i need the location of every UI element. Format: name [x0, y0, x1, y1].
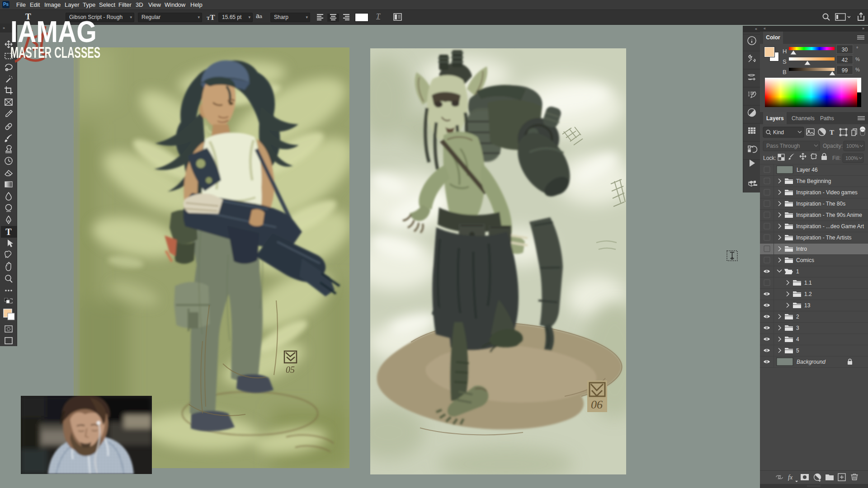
svg-text:The Beginning: The Beginning	[796, 178, 831, 184]
svg-text:fx: fx	[788, 474, 793, 481]
svg-text:Opacity:: Opacity:	[823, 143, 843, 149]
svg-text:Inspiration - The Artists: Inspiration - The Artists	[796, 235, 852, 241]
svg-text:Paths: Paths	[820, 115, 834, 122]
svg-text:Inspiration - The 90s Anime: Inspiration - The 90s Anime	[796, 212, 862, 218]
svg-text:4: 4	[796, 336, 799, 343]
svg-text:Intro: Intro	[796, 246, 807, 252]
svg-text:MASTER CLASSES: MASTER CLASSES	[10, 43, 100, 61]
svg-text:Layers: Layers	[766, 115, 784, 122]
svg-text:1.1: 1.1	[804, 280, 812, 286]
svg-text:1.2: 1.2	[804, 291, 812, 297]
svg-text:Inspiration - Video games: Inspiration - Video games	[796, 189, 858, 196]
svg-text:Pass Through: Pass Through	[766, 143, 800, 149]
svg-text:3: 3	[796, 325, 799, 331]
svg-text:T: T	[5, 227, 12, 237]
svg-text:Inspiration - ...deo Game Art: Inspiration - ...deo Game Art	[796, 223, 864, 230]
svg-text:Lock:: Lock:	[763, 155, 776, 161]
svg-text:T: T	[830, 129, 834, 136]
svg-text:06: 06	[591, 398, 603, 411]
svg-text:5: 5	[796, 347, 799, 354]
svg-text:Kind: Kind	[773, 129, 784, 136]
svg-text:Layer 46: Layer 46	[797, 167, 818, 173]
svg-text:2: 2	[796, 314, 799, 320]
svg-text:Channels: Channels	[792, 115, 815, 122]
svg-text:Fill:: Fill:	[832, 155, 841, 161]
svg-text:05: 05	[286, 365, 295, 375]
svg-text:13: 13	[804, 302, 811, 309]
svg-text:Inspiration - The 80s: Inspiration - The 80s	[796, 201, 845, 207]
svg-text:Background: Background	[797, 359, 826, 365]
svg-text:1: 1	[796, 268, 799, 275]
svg-text:100%: 100%	[846, 143, 859, 149]
svg-text:100%: 100%	[845, 155, 858, 161]
svg-text:Comics: Comics	[796, 257, 814, 263]
